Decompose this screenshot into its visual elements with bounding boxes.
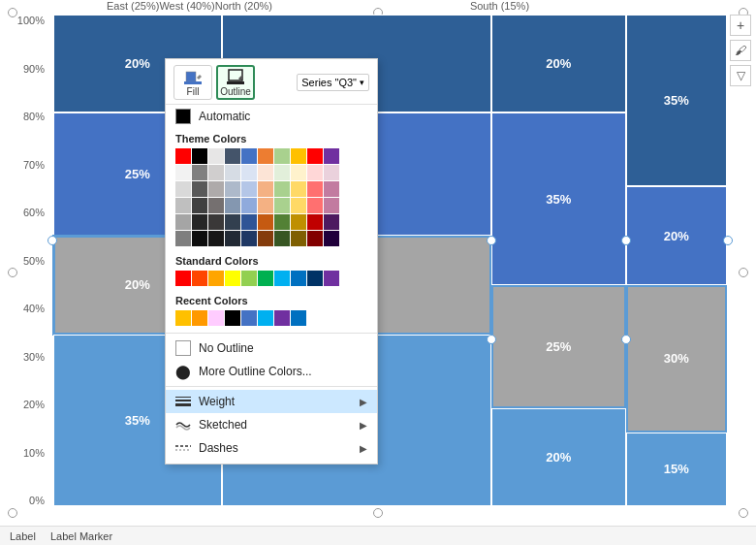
seg-south-q4[interactable]: 15% (626, 433, 727, 506)
theme-color-r6-1[interactable] (192, 231, 207, 246)
theme-color-r2-3[interactable] (225, 165, 240, 180)
handle-bl[interactable] (8, 508, 17, 518)
theme-color-7[interactable] (307, 148, 323, 164)
recent-color-5[interactable] (258, 310, 273, 326)
std-color-1[interactable] (192, 271, 207, 286)
theme-color-r4-7[interactable] (291, 198, 306, 213)
theme-color-r3-4[interactable] (241, 181, 257, 197)
seg-north-q4[interactable]: 20% (491, 408, 626, 506)
filter-button[interactable]: ▽ (730, 65, 751, 86)
std-color-7[interactable] (291, 271, 306, 286)
theme-color-8[interactable] (324, 148, 339, 164)
std-color-6[interactable] (274, 271, 290, 286)
outline-button[interactable]: Outline (216, 65, 255, 100)
add-button[interactable]: + (730, 15, 751, 36)
sketched-item[interactable]: Sketched ▶ (166, 413, 377, 436)
theme-color-r6-6[interactable] (274, 231, 290, 246)
theme-color-1[interactable] (208, 148, 224, 164)
sel-handle-bot2[interactable] (487, 335, 496, 344)
theme-color-r6-5[interactable] (258, 231, 273, 246)
std-color-5[interactable] (258, 271, 273, 286)
theme-color-r4-3[interactable] (225, 198, 240, 213)
theme-color-5[interactable] (274, 148, 290, 164)
recent-color-1[interactable] (192, 310, 207, 326)
std-color-0[interactable] (175, 271, 191, 286)
theme-color-r4-9[interactable] (324, 198, 339, 213)
sel-handle-col2[interactable] (487, 236, 496, 245)
theme-color-r5-6[interactable] (274, 214, 290, 230)
theme-color-r3-5[interactable] (258, 181, 273, 197)
seg-south-q1[interactable]: 35% (626, 15, 727, 186)
theme-color-r6-9[interactable] (324, 231, 339, 246)
theme-color-4[interactable] (258, 148, 273, 164)
recent-color-7[interactable] (291, 310, 306, 326)
theme-color-r4-1[interactable] (192, 198, 207, 213)
theme-color-r6-3[interactable] (225, 231, 240, 246)
theme-color-r4-8[interactable] (307, 198, 323, 213)
theme-color-6[interactable] (291, 148, 306, 164)
theme-color-r2-5[interactable] (258, 165, 273, 180)
theme-color-r4-0[interactable] (175, 198, 191, 213)
weight-item[interactable]: Weight ▶ (166, 390, 377, 413)
theme-color-red[interactable] (175, 148, 191, 164)
theme-color-r3-9[interactable] (324, 181, 339, 197)
sel-handle-right[interactable] (723, 236, 733, 245)
std-color-9[interactable] (324, 271, 339, 286)
theme-color-r3-6[interactable] (274, 181, 290, 197)
recent-color-6[interactable] (274, 310, 290, 326)
theme-color-r3-2[interactable] (208, 181, 224, 197)
seg-north-q1[interactable]: 20% (491, 15, 626, 112)
theme-color-r6-2[interactable] (208, 231, 224, 246)
theme-color-3[interactable] (241, 148, 257, 164)
theme-color-r5-1[interactable] (192, 214, 207, 230)
theme-color-r5-7[interactable] (291, 214, 306, 230)
paint-button[interactable]: 🖌 (730, 40, 751, 61)
theme-color-r2-8[interactable] (307, 165, 323, 180)
std-color-4[interactable] (241, 271, 257, 286)
theme-color-r6-7[interactable] (291, 231, 306, 246)
theme-color-r2-2[interactable] (208, 165, 224, 180)
theme-color-r5-8[interactable] (307, 214, 323, 230)
theme-color-r4-4[interactable] (241, 198, 257, 213)
theme-color-r5-4[interactable] (241, 214, 257, 230)
fill-button[interactable]: Fill (173, 65, 212, 100)
theme-color-2[interactable] (225, 148, 240, 164)
std-color-2[interactable] (208, 271, 224, 286)
handle-br[interactable] (739, 508, 748, 518)
theme-color-r6-0[interactable] (175, 231, 191, 246)
handle-bm[interactable] (373, 508, 383, 518)
theme-color-r2-1[interactable] (192, 165, 207, 180)
series-selector[interactable]: Series "Q3" ▾ (297, 74, 369, 91)
theme-color-r4-2[interactable] (208, 198, 224, 213)
theme-color-r6-8[interactable] (307, 231, 323, 246)
recent-color-4[interactable] (241, 310, 257, 326)
theme-color-r5-2[interactable] (208, 214, 224, 230)
theme-color-r3-3[interactable] (225, 181, 240, 197)
seg-north-q2[interactable]: 35% (491, 112, 626, 284)
theme-color-r2-4[interactable] (241, 165, 257, 180)
sel-handle-col3[interactable] (621, 236, 631, 245)
theme-color-r3-1[interactable] (192, 181, 207, 197)
dashes-item[interactable]: Dashes ▶ (166, 436, 377, 460)
handle-mr[interactable] (739, 268, 748, 277)
theme-color-r6-4[interactable] (241, 231, 257, 246)
recent-color-2[interactable] (208, 310, 224, 326)
theme-color-r5-3[interactable] (225, 214, 240, 230)
theme-color-r3-7[interactable] (291, 181, 306, 197)
sel-handle-bot3[interactable] (621, 335, 631, 344)
theme-color-r5-5[interactable] (258, 214, 273, 230)
theme-color-r4-6[interactable] (274, 198, 290, 213)
theme-color-r2-9[interactable] (324, 165, 339, 180)
theme-color-r3-0[interactable] (175, 181, 191, 197)
theme-color-r4-5[interactable] (258, 198, 273, 213)
recent-color-0[interactable] (175, 310, 191, 326)
seg-south-q2[interactable]: 20% (626, 186, 727, 284)
theme-color-r5-0[interactable] (175, 214, 191, 230)
theme-color-r5-9[interactable] (324, 214, 339, 230)
theme-color-r3-8[interactable] (307, 181, 323, 197)
std-color-3[interactable] (225, 271, 240, 286)
theme-color-black[interactable] (192, 148, 207, 164)
theme-color-r2-7[interactable] (291, 165, 306, 180)
std-color-8[interactable] (307, 271, 323, 286)
more-colors-item[interactable]: ⬤ More Outline Colors... (166, 360, 377, 383)
